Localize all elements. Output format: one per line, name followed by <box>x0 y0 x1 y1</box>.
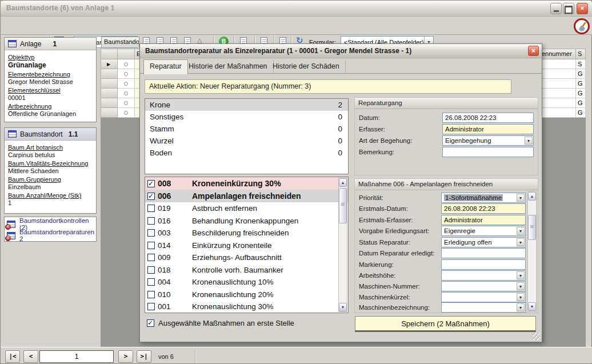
field-label[interactable]: Elementeschlüssel <box>8 87 93 94</box>
field-label[interactable]: Baum.Anzahl/Menge (Stk) <box>8 192 93 199</box>
table-cell-s[interactable]: G <box>576 69 586 79</box>
row-selector[interactable] <box>101 89 118 98</box>
measure-checkbox[interactable] <box>147 291 155 298</box>
category-row[interactable]: Wurzel 0 <box>145 135 348 147</box>
table-cell-s[interactable]: G <box>576 79 586 89</box>
category-row[interactable]: Stamm 0 <box>145 123 348 135</box>
chevron-down-icon[interactable]: ▼ <box>517 303 525 311</box>
table-cell[interactable] <box>540 59 576 69</box>
erstmals-erfasser-field[interactable]: Administrator <box>441 215 526 225</box>
tab-reparatur[interactable]: Reparatur <box>143 59 188 74</box>
field-label[interactable]: Baum.Gruppierung <box>8 176 93 183</box>
field-label[interactable]: Objekttyp <box>8 54 93 61</box>
row-selector[interactable] <box>101 69 118 79</box>
measure-row[interactable]: 006 Ampelanlagen freischneiden <box>145 190 348 202</box>
measure-checkbox[interactable] <box>147 205 155 212</box>
erledigungsart-dropdown[interactable]: Eigenregie▼ <box>441 226 526 236</box>
shovel-mode-icon[interactable] <box>574 18 590 34</box>
row-selector[interactable] <box>101 98 118 108</box>
measure-list-scrollbar[interactable]: ▲ ▼ <box>338 178 347 312</box>
sidebar-item-baumstandortkontrollen[interactable]: K Baumstandortkontrollen (2) <box>5 218 96 230</box>
sidebar-item-baumstandortreparaturen[interactable]: R Baumstandortreparaturen 2 <box>5 230 96 241</box>
record-number-input[interactable] <box>39 350 114 363</box>
chevron-down-icon[interactable]: ▼ <box>517 238 525 246</box>
measure-row[interactable]: 010 Kronenauslichtung 20% <box>145 289 348 301</box>
category-row[interactable]: Boden 0 <box>145 147 348 159</box>
save-button[interactable]: Speichern (2 Maßnahmen) <box>355 316 536 332</box>
measure-checkbox[interactable] <box>147 278 155 286</box>
table-cell[interactable] <box>540 79 576 89</box>
status-reparatur-dropdown[interactable]: Erledigung offen▼ <box>441 237 526 247</box>
row-marker-cell[interactable] <box>118 108 135 118</box>
measure-checkbox[interactable] <box>147 254 155 261</box>
row-marker-cell[interactable] <box>118 89 135 98</box>
table-tab[interactable]: Baumstandort <box>101 37 139 47</box>
scrollbar-thumb[interactable] <box>339 188 347 223</box>
measure-row[interactable]: 001 Kronenauslichtung 30% <box>145 301 348 313</box>
chevron-down-icon[interactable]: ▼ <box>517 293 525 301</box>
prioritaet-dropdown[interactable]: 1-Sofortmaßnahme▼ <box>441 193 526 203</box>
measure-row[interactable]: 003 Beschilderung freischneiden <box>145 227 348 239</box>
measure-checkbox[interactable] <box>147 242 155 249</box>
previous-record-button[interactable]: < <box>23 350 38 363</box>
measure-checkbox[interactable] <box>147 193 155 200</box>
field-label[interactable]: Artbezeichnung <box>8 103 93 110</box>
scroll-down-icon[interactable]: ▼ <box>528 302 536 311</box>
table-cell-s[interactable]: G <box>576 108 586 118</box>
field-label[interactable]: Baum.Vitalitäts-Bezeichnung <box>8 160 93 167</box>
measure-row[interactable]: 016 Behandlung Kronenkappungen <box>145 215 348 227</box>
begehung-dropdown[interactable]: Eigenbegehung▼ <box>442 135 534 146</box>
dialog-close-button[interactable]: × <box>528 46 539 56</box>
row-marker-cell[interactable] <box>118 79 135 89</box>
markierung-field[interactable] <box>441 259 526 270</box>
chevron-down-icon[interactable]: ▼ <box>517 271 525 279</box>
row-selector[interactable] <box>101 79 118 89</box>
measure-row[interactable]: 014 Einkürzung Kronenteile <box>145 239 348 252</box>
table-header-s[interactable]: S <box>576 49 586 59</box>
row-selector[interactable]: ▶ <box>101 59 118 69</box>
table-cell-s[interactable]: G <box>576 89 586 98</box>
measure-row[interactable]: 018 Kontrolle vorh. Baumanker <box>145 264 348 277</box>
field-label[interactable]: Baum.Art botanisch <box>8 144 93 151</box>
chevron-down-icon[interactable]: ▼ <box>517 194 525 202</box>
minimize-button[interactable] <box>550 3 562 14</box>
measure-checkbox[interactable] <box>147 266 155 274</box>
first-position-checkbox[interactable] <box>147 319 154 327</box>
scroll-up-icon[interactable]: ▲ <box>528 192 536 201</box>
measure-checkbox[interactable] <box>147 303 155 310</box>
close-button[interactable]: × <box>577 3 588 14</box>
measure-checkbox[interactable] <box>147 217 155 225</box>
tab-historie-massnahmen[interactable]: Historie der Maßnahmen <box>183 60 274 74</box>
row-marker-cell[interactable] <box>118 69 135 79</box>
scroll-up-icon[interactable]: ▲ <box>339 178 347 187</box>
field-label[interactable]: Elementebezeichnung <box>8 71 93 78</box>
measure-row[interactable]: 004 Kronenauslichtung 10% <box>145 276 348 289</box>
category-row[interactable]: Sonstiges 0 <box>145 111 348 123</box>
row-selector[interactable] <box>101 108 118 118</box>
measure-checkbox[interactable] <box>147 229 155 237</box>
arbeitshoehe-dropdown[interactable]: ▼ <box>441 270 526 281</box>
scrollbar-thumb[interactable] <box>528 215 536 240</box>
scroll-down-icon[interactable]: ▼ <box>339 303 347 311</box>
table-cell[interactable] <box>540 89 576 98</box>
table-cell-s[interactable]: G <box>576 98 586 108</box>
maschinen-nummer-dropdown[interactable]: ▼ <box>441 281 526 291</box>
table-cell[interactable] <box>540 98 576 108</box>
table-cell-s[interactable]: S <box>576 59 586 69</box>
chevron-down-icon[interactable]: ▼ <box>525 137 533 145</box>
last-record-button[interactable]: >| <box>137 350 151 363</box>
erfasser-field[interactable]: Administrator <box>442 124 534 134</box>
dialog-resize-grip[interactable] <box>533 333 540 340</box>
massnahme-scrollbar[interactable]: ▲ ▼ <box>527 191 537 311</box>
maschinenbezeichnung-dropdown[interactable]: ▼ <box>441 302 526 313</box>
erstmals-datum-field[interactable]: 26.08.2008 22:23 <box>441 203 526 214</box>
row-marker-cell[interactable] <box>118 98 135 108</box>
table-header-nummer[interactable]: ennummer <box>540 49 576 59</box>
measure-checkbox[interactable] <box>147 180 155 187</box>
chevron-down-icon[interactable]: ▼ <box>517 227 525 235</box>
chevron-down-icon[interactable]: ▼ <box>517 282 525 290</box>
next-record-button[interactable]: > <box>118 350 133 363</box>
table-cell[interactable] <box>540 108 576 118</box>
measure-row[interactable]: 008 Kroneneinkürzung 30% <box>145 177 348 190</box>
measure-row[interactable]: 019 Astbruch entfernen <box>145 202 348 215</box>
